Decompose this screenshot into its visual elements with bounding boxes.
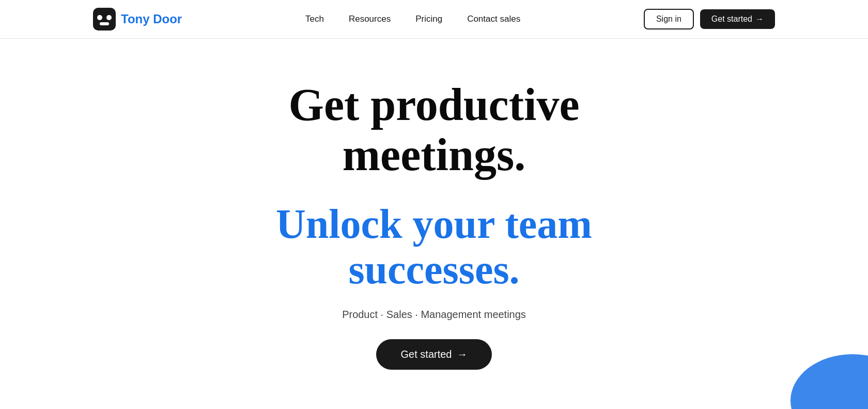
navbar: Tony Door Tech Resources Pricing Contact… — [0, 0, 868, 39]
nav-actions: Sign in Get started → — [644, 9, 775, 29]
hero-subtitle: Unlock your team successes. — [276, 201, 592, 292]
nav-link-contact-sales[interactable]: Contact sales — [467, 14, 520, 24]
logo-eyes — [100, 22, 109, 25]
get-started-hero-button[interactable]: Get started → — [376, 339, 492, 370]
get-started-hero-arrow: → — [457, 349, 467, 360]
logo-text: Tony Door — [121, 12, 182, 26]
hero-title: Get productive meetings. — [289, 80, 580, 180]
nav-link-tech[interactable]: Tech — [305, 14, 324, 24]
get-started-nav-arrow: → — [755, 14, 764, 24]
hero-subtitle-line2: successes. — [348, 247, 519, 292]
nav-link-pricing[interactable]: Pricing — [415, 14, 442, 24]
signin-button[interactable]: Sign in — [644, 9, 694, 29]
hero-tagline: Product · Sales · Management meetings — [342, 309, 526, 321]
logo[interactable]: Tony Door — [93, 8, 182, 31]
get-started-hero-label: Get started — [401, 349, 452, 360]
decorative-shape — [775, 339, 868, 409]
hero-section: Get productive meetings. Unlock your tea… — [0, 39, 868, 409]
nav-link-resources[interactable]: Resources — [349, 14, 391, 24]
hero-title-line2: meetings. — [343, 130, 525, 180]
get-started-nav-label: Get started — [711, 14, 752, 24]
logo-icon — [93, 8, 116, 31]
hero-title-line1: Get productive — [289, 80, 580, 130]
get-started-nav-button[interactable]: Get started → — [700, 9, 775, 29]
hero-subtitle-line1: Unlock your team — [276, 201, 592, 247]
nav-links: Tech Resources Pricing Contact sales — [305, 14, 520, 24]
svg-point-0 — [791, 354, 868, 409]
